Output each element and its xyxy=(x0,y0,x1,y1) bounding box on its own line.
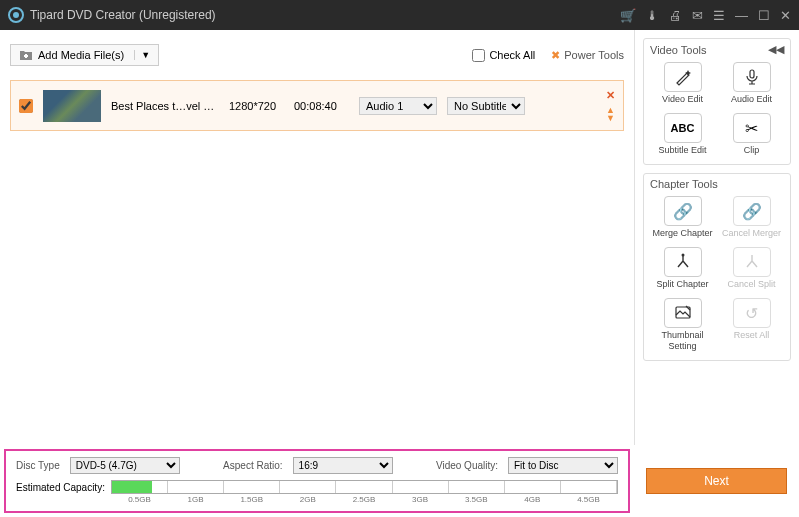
capacity-tick xyxy=(224,481,280,493)
chapter-tools-header: Chapter Tools xyxy=(650,178,718,190)
collapse-icon[interactable]: ◀◀ xyxy=(768,43,784,56)
abc-icon: ABC xyxy=(664,113,702,143)
wand-icon xyxy=(664,62,702,92)
minimize-icon[interactable]: — xyxy=(735,8,748,23)
video-tools-header: Video Tools xyxy=(650,44,706,56)
video-quality-select[interactable]: Fit to Disc xyxy=(508,457,618,474)
media-item-checkbox[interactable] xyxy=(19,99,33,113)
merge-chapter-button[interactable]: 🔗 Merge Chapter xyxy=(650,194,715,241)
capacity-tick xyxy=(449,481,505,493)
wrench-icon: ✖ xyxy=(551,49,560,62)
disc-type-label: Disc Type xyxy=(16,460,60,471)
close-icon[interactable]: ✕ xyxy=(780,8,791,23)
scissors-icon: ✂ xyxy=(733,113,771,143)
feedback-icon[interactable]: ✉ xyxy=(692,8,703,23)
split-icon xyxy=(664,247,702,277)
add-media-label: Add Media File(s) xyxy=(38,49,124,61)
power-tools-label: Power Tools xyxy=(564,49,624,61)
capacity-tick xyxy=(393,481,449,493)
media-thumbnail xyxy=(43,90,101,122)
bottom-bar: Disc Type DVD-5 (4.7G) Aspect Ratio: 16:… xyxy=(0,445,799,517)
capacity-bar xyxy=(111,480,618,494)
print-icon[interactable]: 🖨 xyxy=(669,8,682,23)
maximize-icon[interactable]: ☐ xyxy=(758,8,770,23)
media-filename: Best Places t…vel Video.avi xyxy=(111,100,219,112)
toolbar: Add Media File(s) ▼ Check All ✖ Power To… xyxy=(10,40,624,70)
video-quality-label: Video Quality: xyxy=(436,460,498,471)
main-panel: Add Media File(s) ▼ Check All ✖ Power To… xyxy=(0,30,634,445)
check-all[interactable]: Check All xyxy=(472,49,535,62)
media-duration: 00:08:40 xyxy=(294,100,349,112)
audio-edit-button[interactable]: Audio Edit xyxy=(719,60,784,107)
reset-icon: ↺ xyxy=(733,298,771,328)
split-chapter-button[interactable]: Split Chapter xyxy=(650,245,715,292)
cancel-merger-button: 🔗 Cancel Merger xyxy=(719,194,784,241)
media-resolution: 1280*720 xyxy=(229,100,284,112)
cart-icon[interactable]: 🛒 xyxy=(620,8,636,23)
app-logo-icon xyxy=(8,7,24,23)
capacity-tick xyxy=(336,481,392,493)
capacity-label: Estimated Capacity: xyxy=(16,482,105,493)
check-all-label: Check All xyxy=(489,49,535,61)
app-title: Tipard DVD Creator (Unregistered) xyxy=(30,8,620,22)
disc-type-select[interactable]: DVD-5 (4.7G) xyxy=(70,457,180,474)
cancel-split-button: Cancel Split xyxy=(719,245,784,292)
folder-plus-icon xyxy=(19,49,33,61)
link-icon: 🔗 xyxy=(664,196,702,226)
chapter-tools-section: Chapter Tools 🔗 Merge Chapter 🔗 Cancel M… xyxy=(643,173,791,361)
mic-icon xyxy=(733,62,771,92)
title-bar: Tipard DVD Creator (Unregistered) 🛒 🌡 🖨 … xyxy=(0,0,799,30)
aspect-ratio-label: Aspect Ratio: xyxy=(223,460,282,471)
tools-panel: Video Tools ◀◀ Video Edit Audio Edit xyxy=(634,30,799,445)
capacity-ticks xyxy=(112,481,617,493)
svg-rect-0 xyxy=(750,70,754,78)
capacity-tick xyxy=(112,481,168,493)
capacity-tick xyxy=(280,481,336,493)
add-media-button[interactable]: Add Media File(s) ▼ xyxy=(10,44,159,66)
reset-all-button: ↺ Reset All xyxy=(719,296,784,354)
check-all-checkbox[interactable] xyxy=(472,49,485,62)
svg-point-1 xyxy=(681,254,684,257)
power-tools-button[interactable]: ✖ Power Tools xyxy=(551,49,624,62)
capacity-tick xyxy=(168,481,224,493)
video-edit-button[interactable]: Video Edit xyxy=(650,60,715,107)
media-item[interactable]: Best Places t…vel Video.avi 1280*720 00:… xyxy=(10,80,624,131)
audio-select[interactable]: Audio 1 xyxy=(359,97,437,115)
clip-button[interactable]: ✂ Clip xyxy=(719,111,784,158)
capacity-tick xyxy=(505,481,561,493)
split-off-icon xyxy=(733,247,771,277)
thumbnail-setting-button[interactable]: Thumbnail Setting xyxy=(650,296,715,354)
chevron-down-icon: ▼ xyxy=(134,50,150,60)
subtitle-edit-button[interactable]: ABC Subtitle Edit xyxy=(650,111,715,158)
key-icon[interactable]: 🌡 xyxy=(646,8,659,23)
link-off-icon: 🔗 xyxy=(733,196,771,226)
thumbnail-icon xyxy=(664,298,702,328)
capacity-tick xyxy=(561,481,617,493)
aspect-ratio-select[interactable]: 16:9 xyxy=(293,457,393,474)
next-button[interactable]: Next xyxy=(646,468,787,494)
reorder-icon[interactable]: ▲▼ xyxy=(606,106,615,122)
video-tools-section: Video Tools ◀◀ Video Edit Audio Edit xyxy=(643,38,791,165)
menu-icon[interactable]: ☰ xyxy=(713,8,725,23)
remove-item-icon[interactable]: ✕ xyxy=(606,89,615,102)
settings-box: Disc Type DVD-5 (4.7G) Aspect Ratio: 16:… xyxy=(4,449,630,513)
subtitle-select[interactable]: No Subtitle xyxy=(447,97,525,115)
